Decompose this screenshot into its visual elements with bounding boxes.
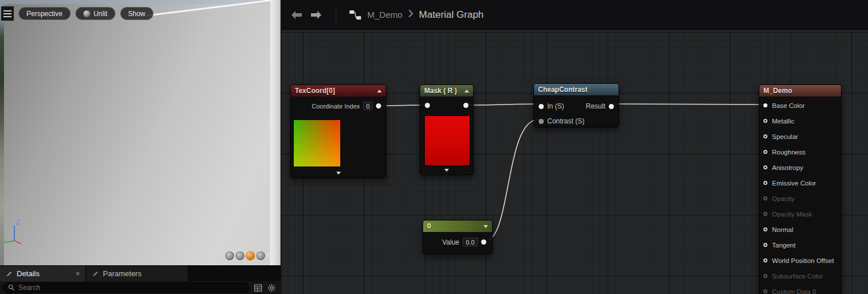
texcoord-output-pin[interactable] <box>376 103 381 109</box>
material-pin-label: Custom Data 0 <box>772 288 816 294</box>
toolbar-separator <box>336 6 336 24</box>
search-icon <box>8 284 15 291</box>
material-pin-label: Emissive Color <box>772 180 816 187</box>
material-editor-window: Perspective Unlit Show Z <box>0 0 868 294</box>
tab-details[interactable]: Details × <box>0 266 86 281</box>
breadcrumb-chevron-icon <box>408 9 413 20</box>
preview-mesh-cylinder-icon[interactable] <box>225 252 234 260</box>
view-mode-label: Unlit <box>94 10 107 18</box>
material-pin-row: World Position Offset <box>759 253 841 268</box>
material-graph-canvas[interactable]: TexCoord[0] Coordinate Index Mask ( R ) <box>282 0 868 294</box>
material-pin-label: Roughness <box>772 149 805 156</box>
coordinate-index-row: Coordinate Index <box>291 96 386 110</box>
mask-input-pin[interactable] <box>425 103 430 108</box>
material-pin-row: Base Color <box>759 98 841 113</box>
collapse-chevron-icon[interactable] <box>464 90 469 92</box>
gear-icon[interactable] <box>267 284 276 292</box>
forward-arrow-icon[interactable] <box>309 10 323 20</box>
details-panel-icons <box>254 284 278 292</box>
mask-output-pin[interactable] <box>463 103 468 108</box>
constant-output-pin[interactable] <box>481 239 486 245</box>
node-component-mask[interactable]: Mask ( R ) <box>420 84 474 175</box>
material-pin-row: Emissive Color <box>759 175 841 191</box>
contrast-result-label: Result <box>586 102 605 110</box>
material-pin-label: Tangent <box>772 242 796 249</box>
node-material-result[interactable]: M_Demo Base ColorMetallicSpecularRoughne… <box>759 84 842 294</box>
details-panel: Details × Parameters <box>0 265 281 294</box>
viewport-menu-icon[interactable] <box>1 6 14 21</box>
material-pin-row: Metallic <box>759 113 841 129</box>
material-pin-icon[interactable] <box>763 258 767 262</box>
material-pin-icon[interactable] <box>763 134 767 138</box>
material-pin-row: Roughness <box>759 144 841 160</box>
perspective-button[interactable]: Perspective <box>18 7 71 20</box>
details-tab-close-icon[interactable]: × <box>75 269 80 278</box>
node-texcoord[interactable]: TexCoord[0] Coordinate Index <box>290 84 386 178</box>
expand-preview-chevron-icon[interactable] <box>336 172 341 175</box>
texcoord-node-header[interactable]: TexCoord[0] <box>291 85 386 96</box>
back-arrow-icon[interactable] <box>290 10 304 20</box>
material-pin-row: Opacity <box>759 191 841 206</box>
preview-mesh-sphere-icon[interactable] <box>236 252 244 260</box>
search-box[interactable] <box>3 283 249 293</box>
material-pin-icon[interactable] <box>763 165 767 169</box>
constant-node-title: 0 <box>427 222 431 230</box>
wire-contrast-to-basecolor <box>612 104 766 105</box>
material-pin-icon <box>763 212 767 216</box>
material-pin-label: Opacity <box>772 195 794 202</box>
panel-tab-bar: Details × Parameters <box>0 266 281 281</box>
material-pin-label: Metallic <box>772 118 794 125</box>
breadcrumb-current: Material Graph <box>419 9 483 21</box>
preview-mesh-plane-icon-selected[interactable] <box>246 252 255 260</box>
texcoord-node-title: TexCoord[0] <box>295 87 335 95</box>
contrast-result-pin[interactable] <box>609 104 614 109</box>
expand-preview-chevron-icon[interactable] <box>444 169 449 172</box>
material-pin-label: Normal <box>772 226 793 233</box>
node-constant[interactable]: 0 Value <box>423 220 493 254</box>
material-pin-icon[interactable] <box>763 103 767 107</box>
mask-node-header[interactable]: Mask ( R ) <box>420 85 473 96</box>
material-node-title: M_Demo <box>763 87 792 95</box>
tab-parameters[interactable]: Parameters <box>86 266 189 281</box>
search-input[interactable] <box>18 284 244 292</box>
contrast-in-result-row: In (S) Result <box>534 99 619 114</box>
details-search-row <box>0 281 281 294</box>
contrast-in-pin[interactable] <box>539 104 544 109</box>
contrast-contrast-row: Contrast (S) <box>534 114 619 129</box>
preview-viewport[interactable]: Perspective Unlit Show Z <box>0 0 281 265</box>
perspective-label: Perspective <box>26 10 63 18</box>
material-pin-icon[interactable] <box>763 150 767 154</box>
mask-red-preview <box>424 115 470 166</box>
view-mode-button[interactable]: Unlit <box>75 7 116 20</box>
material-pin-row: Opacity Mask <box>759 206 841 222</box>
material-graph-icon <box>349 9 362 21</box>
preview-mesh-cube-icon[interactable] <box>256 252 265 260</box>
material-pin-icon[interactable] <box>763 227 767 231</box>
contrast-in-label: In (S) <box>547 102 564 110</box>
material-pin-icon[interactable] <box>763 119 767 123</box>
cheap-contrast-node-header[interactable]: CheapContrast <box>534 84 619 95</box>
details-tab-label: Details <box>17 269 40 278</box>
preview-mesh-teapot-icon[interactable] <box>267 250 278 261</box>
contrast-contrast-pin[interactable] <box>539 119 544 124</box>
collapse-chevron-icon[interactable] <box>377 90 382 92</box>
wire-texcoord-to-mask <box>379 105 426 106</box>
constant-dropdown-chevron-icon[interactable] <box>483 225 488 228</box>
breadcrumb-root[interactable]: M_Demo <box>367 10 402 20</box>
view-options-grid-icon[interactable] <box>254 284 262 292</box>
material-pins: Base ColorMetallicSpecularRoughnessAniso… <box>759 96 841 294</box>
mask-pin-row <box>420 100 473 110</box>
material-pin-icon[interactable] <box>763 181 767 185</box>
material-pin-row: Anisotropy <box>759 160 841 175</box>
constant-node-header[interactable]: 0 <box>423 220 492 232</box>
show-button[interactable]: Show <box>120 7 153 20</box>
material-pin-label: Subsurface Color <box>772 273 823 280</box>
node-cheap-contrast[interactable]: CheapContrast In (S) Result Contrast (S) <box>533 83 619 127</box>
mask-node-title: Mask ( R ) <box>424 87 457 95</box>
material-node-header[interactable]: M_Demo <box>759 85 841 96</box>
coordinate-index-input[interactable] <box>363 102 372 110</box>
constant-value-input[interactable] <box>463 238 478 246</box>
material-pin-icon[interactable] <box>763 243 767 247</box>
material-pin-row: Tangent <box>759 237 841 253</box>
material-pin-icon <box>763 274 767 278</box>
